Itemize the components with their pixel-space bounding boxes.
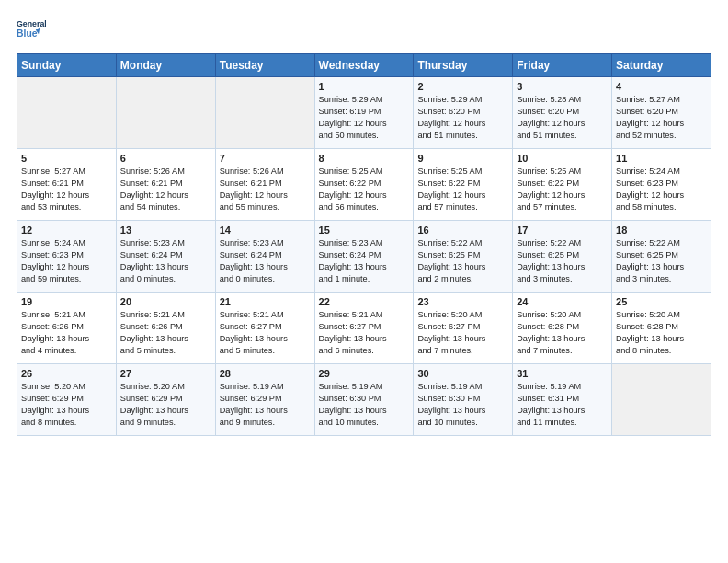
day-header-saturday: Saturday — [612, 54, 711, 77]
calendar-cell: 10Sunrise: 5:25 AM Sunset: 6:22 PM Dayli… — [513, 149, 612, 221]
day-number: 17 — [517, 224, 608, 236]
cell-content: Sunrise: 5:25 AM Sunset: 6:22 PM Dayligh… — [319, 166, 410, 213]
calendar-cell: 28Sunrise: 5:19 AM Sunset: 6:29 PM Dayli… — [215, 364, 314, 436]
cell-content: Sunrise: 5:22 AM Sunset: 6:25 PM Dayligh… — [417, 237, 508, 285]
day-number: 25 — [616, 296, 707, 307]
day-number: 16 — [417, 224, 508, 236]
calendar-cell: 30Sunrise: 5:19 AM Sunset: 6:30 PM Dayli… — [414, 364, 513, 436]
day-number: 8 — [319, 153, 410, 164]
svg-text:General: General — [17, 19, 46, 29]
logo-icon: GeneralBlue — [17, 17, 46, 46]
day-number: 15 — [319, 224, 410, 236]
day-header-wednesday: Wednesday — [314, 54, 414, 77]
calendar-cell: 16Sunrise: 5:22 AM Sunset: 6:25 PM Dayli… — [414, 221, 513, 293]
calendar-cell — [612, 364, 711, 436]
calendar-cell — [17, 77, 117, 149]
cell-content: Sunrise: 5:20 AM Sunset: 6:28 PM Dayligh… — [517, 309, 608, 357]
week-row-4: 26Sunrise: 5:20 AM Sunset: 6:29 PM Dayli… — [17, 364, 711, 436]
day-number: 2 — [417, 81, 508, 92]
day-header-sunday: Sunday — [17, 54, 117, 77]
day-number: 19 — [21, 296, 112, 307]
day-number: 18 — [616, 224, 707, 236]
cell-content: Sunrise: 5:21 AM Sunset: 6:26 PM Dayligh… — [21, 309, 112, 357]
week-row-3: 19Sunrise: 5:21 AM Sunset: 6:26 PM Dayli… — [17, 293, 711, 364]
day-number: 24 — [517, 296, 608, 307]
day-number: 27 — [120, 368, 211, 379]
calendar-cell: 26Sunrise: 5:20 AM Sunset: 6:29 PM Dayli… — [17, 364, 117, 436]
header: GeneralBlue — [17, 17, 711, 46]
day-number: 10 — [517, 153, 608, 164]
cell-content: Sunrise: 5:21 AM Sunset: 6:26 PM Dayligh… — [120, 309, 211, 357]
calendar-cell: 11Sunrise: 5:24 AM Sunset: 6:23 PM Dayli… — [612, 149, 711, 221]
day-number: 29 — [319, 368, 410, 379]
cell-content: Sunrise: 5:29 AM Sunset: 6:20 PM Dayligh… — [417, 94, 508, 142]
day-number: 22 — [319, 296, 410, 307]
days-header-row: SundayMondayTuesdayWednesdayThursdayFrid… — [17, 54, 711, 77]
cell-content: Sunrise: 5:19 AM Sunset: 6:29 PM Dayligh… — [220, 381, 311, 429]
week-row-1: 5Sunrise: 5:27 AM Sunset: 6:21 PM Daylig… — [17, 149, 711, 221]
cell-content: Sunrise: 5:22 AM Sunset: 6:25 PM Dayligh… — [517, 237, 608, 285]
day-number: 26 — [21, 368, 112, 379]
calendar-cell — [215, 77, 314, 149]
calendar-cell: 20Sunrise: 5:21 AM Sunset: 6:26 PM Dayli… — [116, 293, 215, 364]
cell-content: Sunrise: 5:20 AM Sunset: 6:29 PM Dayligh… — [120, 381, 211, 429]
cell-content: Sunrise: 5:29 AM Sunset: 6:19 PM Dayligh… — [319, 94, 410, 142]
day-number: 21 — [220, 296, 311, 307]
logo: GeneralBlue — [17, 17, 50, 46]
cell-content: Sunrise: 5:22 AM Sunset: 6:25 PM Dayligh… — [616, 237, 707, 285]
day-header-thursday: Thursday — [414, 54, 513, 77]
day-header-friday: Friday — [513, 54, 612, 77]
day-number: 11 — [616, 153, 707, 164]
calendar-container: GeneralBlue SundayMondayTuesdayWednesday… — [0, 0, 728, 445]
day-number: 9 — [417, 153, 508, 164]
calendar-cell: 6Sunrise: 5:26 AM Sunset: 6:21 PM Daylig… — [116, 149, 215, 221]
calendar-cell: 27Sunrise: 5:20 AM Sunset: 6:29 PM Dayli… — [116, 364, 215, 436]
calendar-cell: 9Sunrise: 5:25 AM Sunset: 6:22 PM Daylig… — [414, 149, 513, 221]
calendar-cell: 13Sunrise: 5:23 AM Sunset: 6:24 PM Dayli… — [116, 221, 215, 293]
cell-content: Sunrise: 5:24 AM Sunset: 6:23 PM Dayligh… — [21, 237, 112, 285]
calendar-cell: 21Sunrise: 5:21 AM Sunset: 6:27 PM Dayli… — [215, 293, 314, 364]
day-number: 31 — [517, 368, 608, 379]
calendar-cell: 24Sunrise: 5:20 AM Sunset: 6:28 PM Dayli… — [513, 293, 612, 364]
calendar-cell: 3Sunrise: 5:28 AM Sunset: 6:20 PM Daylig… — [513, 77, 612, 149]
calendar-cell: 4Sunrise: 5:27 AM Sunset: 6:20 PM Daylig… — [612, 77, 711, 149]
cell-content: Sunrise: 5:23 AM Sunset: 6:24 PM Dayligh… — [120, 237, 211, 285]
calendar-cell: 8Sunrise: 5:25 AM Sunset: 6:22 PM Daylig… — [314, 149, 414, 221]
calendar-cell: 22Sunrise: 5:21 AM Sunset: 6:27 PM Dayli… — [314, 293, 414, 364]
calendar-cell: 19Sunrise: 5:21 AM Sunset: 6:26 PM Dayli… — [17, 293, 117, 364]
cell-content: Sunrise: 5:28 AM Sunset: 6:20 PM Dayligh… — [517, 94, 608, 142]
day-number: 30 — [417, 368, 508, 379]
cell-content: Sunrise: 5:26 AM Sunset: 6:21 PM Dayligh… — [120, 166, 211, 213]
cell-content: Sunrise: 5:21 AM Sunset: 6:27 PM Dayligh… — [319, 309, 410, 357]
cell-content: Sunrise: 5:19 AM Sunset: 6:31 PM Dayligh… — [517, 381, 608, 429]
calendar-table: SundayMondayTuesdayWednesdayThursdayFrid… — [17, 53, 711, 436]
cell-content: Sunrise: 5:27 AM Sunset: 6:21 PM Dayligh… — [21, 166, 112, 213]
day-header-monday: Monday — [116, 54, 215, 77]
day-number: 12 — [21, 224, 112, 236]
cell-content: Sunrise: 5:26 AM Sunset: 6:21 PM Dayligh… — [220, 166, 311, 213]
day-number: 20 — [120, 296, 211, 307]
cell-content: Sunrise: 5:20 AM Sunset: 6:27 PM Dayligh… — [417, 309, 508, 357]
calendar-cell: 29Sunrise: 5:19 AM Sunset: 6:30 PM Dayli… — [314, 364, 414, 436]
cell-content: Sunrise: 5:25 AM Sunset: 6:22 PM Dayligh… — [417, 166, 508, 213]
calendar-cell: 18Sunrise: 5:22 AM Sunset: 6:25 PM Dayli… — [612, 221, 711, 293]
week-row-2: 12Sunrise: 5:24 AM Sunset: 6:23 PM Dayli… — [17, 221, 711, 293]
cell-content: Sunrise: 5:20 AM Sunset: 6:29 PM Dayligh… — [21, 381, 112, 429]
day-number: 14 — [220, 224, 311, 236]
day-number: 3 — [517, 81, 608, 92]
cell-content: Sunrise: 5:23 AM Sunset: 6:24 PM Dayligh… — [319, 237, 410, 285]
calendar-cell — [116, 77, 215, 149]
cell-content: Sunrise: 5:25 AM Sunset: 6:22 PM Dayligh… — [517, 166, 608, 213]
calendar-cell: 25Sunrise: 5:20 AM Sunset: 6:28 PM Dayli… — [612, 293, 711, 364]
day-number: 13 — [120, 224, 211, 236]
cell-content: Sunrise: 5:23 AM Sunset: 6:24 PM Dayligh… — [220, 237, 311, 285]
calendar-cell: 14Sunrise: 5:23 AM Sunset: 6:24 PM Dayli… — [215, 221, 314, 293]
calendar-cell: 1Sunrise: 5:29 AM Sunset: 6:19 PM Daylig… — [314, 77, 414, 149]
day-number: 23 — [417, 296, 508, 307]
day-number: 6 — [120, 153, 211, 164]
cell-content: Sunrise: 5:20 AM Sunset: 6:28 PM Dayligh… — [616, 309, 707, 357]
day-number: 4 — [616, 81, 707, 92]
day-header-tuesday: Tuesday — [215, 54, 314, 77]
day-number: 1 — [319, 81, 410, 92]
cell-content: Sunrise: 5:21 AM Sunset: 6:27 PM Dayligh… — [220, 309, 311, 357]
